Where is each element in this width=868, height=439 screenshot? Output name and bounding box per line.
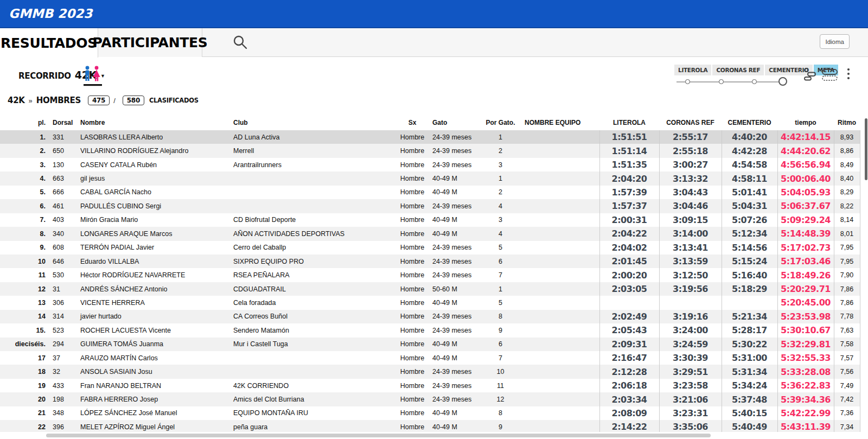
table-row[interactable]: 1737ARAUZO MARTÍN CarlosHombre40-49 M72:… <box>0 351 860 365</box>
table-cell: 31 <box>48 282 79 296</box>
kebab-menu-icon[interactable] <box>846 67 851 84</box>
horizontal-scrollbar-thumb[interactable] <box>46 434 711 437</box>
table-cell: Hombre <box>393 406 431 420</box>
table-cell: 5:42:22.99 <box>777 406 834 420</box>
race-label: 42K <box>8 96 25 105</box>
table-row[interactable]: 5.666CABAL GARCÍA NachoHombre40-49 M21:5… <box>0 186 860 199</box>
table-cell: 7,63 <box>834 323 860 337</box>
vertical-scrollbar[interactable] <box>865 118 867 180</box>
column-header: Nombre <box>79 115 232 130</box>
table-row[interactable]: 6.461PADULLÉS CUBINO SergiHombre24-39 me… <box>0 199 860 213</box>
checkpoint-coronas-ref[interactable]: CORONAS REF <box>712 65 764 75</box>
table-cell: 2:01:45 <box>599 255 659 268</box>
gender-toggle[interactable] <box>82 65 104 88</box>
table-row[interactable]: 1832ANSOLA SASIAIN JosuHombre24-39 meses… <box>0 365 860 378</box>
table-cell: 5:33:28.08 <box>777 365 834 378</box>
table-cell <box>524 296 599 309</box>
table-row[interactable]: 3.130CASENY CATALA RubénArantrailrunners… <box>0 158 860 171</box>
table-row[interactable]: 10646Eduardo VILLALBASIXPRO EQUIPO PROHo… <box>0 255 860 268</box>
layout-rows-icon[interactable] <box>821 68 839 84</box>
table-cell: Cerro del Caballp <box>232 241 393 255</box>
table-cell: 2. <box>0 144 48 157</box>
column-header: NOMBRE EQUIPO <box>524 115 599 130</box>
table-cell: CDGUADATRAIL <box>232 282 393 296</box>
table-cell: LASOBRAS LLERA Alberto <box>79 130 232 144</box>
checkpoint-literola[interactable]: LITEROLA <box>674 65 711 75</box>
table-row[interactable]: 20198FABRA HERRERO JosepAmics del Clot B… <box>0 392 860 406</box>
table-row[interactable]: 14314javier hurtadoCA Correos BuñolHombr… <box>0 310 860 323</box>
table-cell: ARAUZO MARTÍN Carlos <box>79 351 232 365</box>
table-cell: 608 <box>48 241 79 255</box>
table-row[interactable]: 15.523ROCHER LACUESTA VicenteSendero Mat… <box>0 323 860 337</box>
table-cell <box>524 379 599 392</box>
search-icon[interactable] <box>232 34 251 53</box>
table-cell: Hombre <box>393 282 431 296</box>
table-cell: 4:56:56.94 <box>777 158 834 171</box>
table-row[interactable]: 1231ANDRÉS SÁNCHEZ AntonioCDGUADATRAILHo… <box>0 282 860 296</box>
tab-participantes[interactable]: PARTICIPANTES <box>98 28 202 57</box>
recorrido-label: RECORRIDO <box>18 71 71 81</box>
table-cell: 18 <box>0 365 48 378</box>
table-row[interactable]: 9.608TERRÓN PADIAL JavierCerro del Cabal… <box>0 241 860 255</box>
table-cell: 4 <box>477 199 524 213</box>
table-cell <box>524 406 599 420</box>
table-cell: 10 <box>477 365 524 378</box>
table-row[interactable]: 11530Héctor RODRÍGUEZ NAVARRETERSEA PEÑA… <box>0 268 860 282</box>
table-cell: 8,40 <box>834 171 860 185</box>
table-cell: 6. <box>0 199 48 213</box>
table-cell: 5:06:37.67 <box>777 199 834 213</box>
table-row[interactable]: 4.663gil jesusHombre40-49 M12:04:203:13:… <box>0 171 860 185</box>
table-cell: Fran NARANJO BELTRAN <box>79 379 232 392</box>
table-cell: Hombre <box>393 296 431 309</box>
table-cell <box>524 310 599 323</box>
table-cell <box>524 392 599 406</box>
language-button[interactable]: Idioma <box>820 34 850 49</box>
table-cell: 2:09:31 <box>599 338 659 351</box>
table-row[interactable]: 13306VICENTE HERRERACela foradadaHombre4… <box>0 296 860 309</box>
table-cell <box>599 296 659 309</box>
table-cell: 7 <box>477 351 524 365</box>
slider-dot-cementerio[interactable] <box>752 79 757 84</box>
table-cell: 10 <box>0 255 48 268</box>
table-cell: 403 <box>48 213 79 227</box>
table-cell: 4:42:14.15 <box>777 130 834 144</box>
column-header: Gato <box>431 115 477 130</box>
table-cell <box>524 227 599 240</box>
filter-toggles-icon[interactable] <box>803 67 817 84</box>
table-row[interactable]: dieciséis.294GUIMERA TOMÁS JuanmaMur i C… <box>0 338 860 351</box>
table-cell <box>659 296 722 309</box>
column-header: tiempo <box>777 115 834 130</box>
tab-resultados[interactable]: RESULTADOS <box>0 28 98 58</box>
table-cell: 666 <box>48 186 79 199</box>
table-cell: 21 <box>0 406 48 420</box>
table-row[interactable]: 2.650VILLARINO RODRÍGUEZ AlejandroMerrel… <box>0 144 860 157</box>
slider-dot-coronas[interactable] <box>719 79 724 84</box>
table-cell: 17 <box>0 351 48 365</box>
table-cell: 3:30:39 <box>659 351 722 365</box>
table-cell: 306 <box>48 296 79 309</box>
table-row[interactable]: 8.340LONGARES ARAQUE MarcosAÑON ACTIVIDA… <box>0 227 860 240</box>
slider-dot-literola[interactable] <box>685 79 690 84</box>
table-row[interactable]: 19433Fran NARANJO BELTRAN42K CORRIENDOHo… <box>0 379 860 392</box>
column-header: Sx <box>393 115 431 130</box>
table-cell: 5:30:22 <box>722 338 777 351</box>
column-header: Dorsal <box>48 115 79 130</box>
table-row[interactable]: 1.331LASOBRAS LLERA AlbertoAD Luna Activ… <box>0 130 860 144</box>
table-cell: TERRÓN PADIAL Javier <box>79 241 232 255</box>
table-cell: GUIMERA TOMÁS Juanma <box>79 338 232 351</box>
table-cell: CASENY CATALA Rubén <box>79 158 232 171</box>
table-cell: 2 <box>477 186 524 199</box>
table-cell: EQUIPO MONTAÑA IRU <box>232 406 393 420</box>
table-cell: 3:00:27 <box>659 158 722 171</box>
table-row[interactable]: 7.403Mirón Gracia MarioCD Biofrutal Depo… <box>0 213 860 227</box>
table-cell: ANSOLA SASIAIN Josu <box>79 365 232 378</box>
slider-knob-meta[interactable] <box>778 77 787 86</box>
table-row[interactable]: 21348LÓPEZ SÁNCHEZ José ManuelEQUIPO MON… <box>0 406 860 420</box>
table-cell: Hombre <box>393 338 431 351</box>
table-cell: 37 <box>48 351 79 365</box>
checkpoint-slider[interactable] <box>674 77 791 88</box>
table-cell: 5:31:34 <box>722 365 777 378</box>
table-cell: CD Biofrutal Deporte <box>232 213 393 227</box>
table-cell: 8 <box>477 406 524 420</box>
table-cell: 6 <box>477 255 524 268</box>
